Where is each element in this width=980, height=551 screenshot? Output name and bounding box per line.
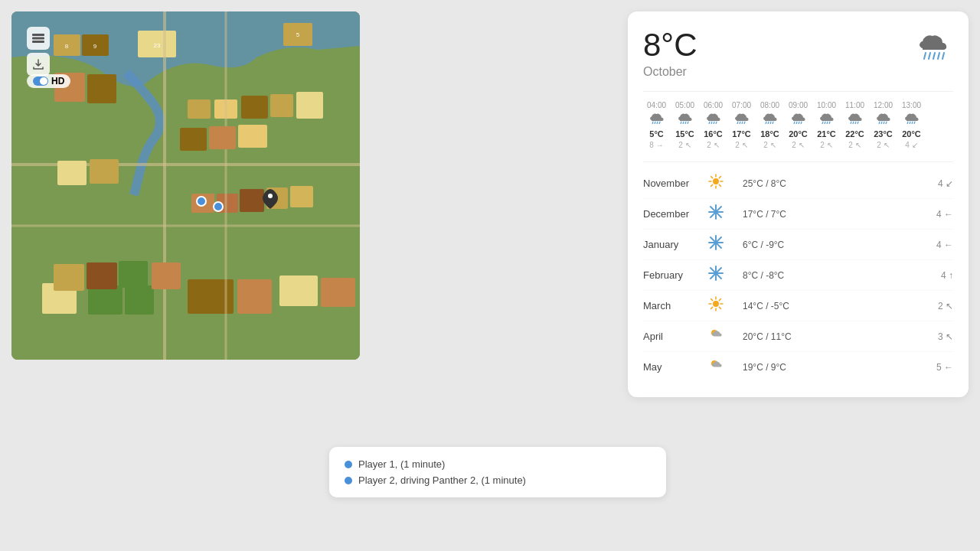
month-name: March (643, 300, 704, 311)
month-icon (704, 357, 727, 377)
svg-line-75 (829, 122, 830, 124)
svg-line-70 (799, 122, 799, 124)
month-row: April 20°C / 11°C 3 ↖ (643, 321, 953, 352)
svg-rect-7 (241, 96, 268, 119)
svg-line-68 (794, 122, 795, 124)
hour-col: 04:00 5°C 8 → (643, 101, 670, 149)
hour-label: 07:00 (732, 101, 751, 109)
month-wind: 2 ↖ (915, 301, 953, 311)
month-wind: 4 ← (915, 209, 953, 220)
hour-col: 10:00 21°C 2 ↖ (813, 101, 840, 149)
hour-wind: 2 ↖ (877, 141, 889, 149)
svg-line-82 (884, 122, 884, 124)
hour-col: 06:00 16°C 2 ↖ (700, 101, 727, 149)
svg-point-101 (714, 210, 717, 214)
month-name: February (643, 269, 704, 281)
hour-temp: 16°C (704, 129, 723, 139)
month-temps: 17°C / 7°C (727, 209, 915, 220)
month-name: January (643, 239, 704, 250)
month-icon (704, 234, 727, 255)
month-name: April (643, 331, 704, 342)
hour-icon (819, 112, 835, 127)
svg-line-71 (801, 122, 802, 124)
svg-line-48 (652, 122, 653, 124)
svg-rect-12 (240, 189, 264, 212)
toggle-switch[interactable] (33, 77, 48, 86)
month-row: January 6°C / -9°C 4 ← (643, 230, 953, 260)
svg-point-39 (268, 194, 273, 198)
svg-point-111 (714, 272, 717, 275)
hour-col: 07:00 17°C 2 ↖ (728, 101, 755, 149)
svg-rect-29 (209, 126, 236, 149)
month-name: November (643, 178, 704, 189)
month-icon (704, 173, 727, 194)
player-row-2: Player 2, driving Panther 2, (1 minute) (345, 472, 651, 488)
svg-line-78 (855, 122, 856, 124)
layers-button[interactable] (27, 27, 50, 50)
hour-wind: 2 ↖ (820, 141, 832, 149)
svg-line-80 (879, 122, 880, 124)
hour-label: 10:00 (817, 101, 836, 109)
hour-icon (649, 112, 665, 127)
hd-toggle[interactable]: HD (27, 74, 70, 88)
monthly-section: November 25°C / 8°C 4 ↙ December 17°C / … (643, 161, 953, 382)
hour-icon (876, 112, 891, 127)
hour-label: 08:00 (760, 101, 779, 109)
hour-col: 09:00 20°C 2 ↖ (785, 101, 812, 149)
svg-line-65 (768, 122, 769, 124)
hour-temp: 21°C (817, 129, 836, 139)
month-wind: 4 ← (915, 240, 953, 250)
svg-rect-42 (32, 41, 44, 43)
svg-line-53 (683, 122, 684, 124)
hour-wind: 2 ↖ (763, 141, 776, 149)
svg-rect-25 (87, 74, 116, 103)
player-1-info: Player 1, (1 minute) (358, 458, 445, 470)
month-icon (704, 295, 727, 316)
svg-rect-27 (90, 159, 119, 184)
svg-point-106 (714, 241, 717, 244)
svg-point-38 (214, 202, 223, 211)
svg-line-46 (938, 53, 939, 59)
svg-line-79 (858, 122, 858, 124)
svg-line-74 (827, 122, 828, 124)
month-temps: 19°C / 9°C (727, 362, 915, 373)
svg-line-94 (719, 184, 720, 186)
svg-line-86 (912, 122, 913, 124)
svg-rect-14 (290, 186, 313, 207)
svg-point-112 (713, 301, 719, 307)
svg-rect-32 (87, 262, 117, 289)
month-icon (704, 265, 727, 285)
hour-label: 11:00 (845, 101, 864, 109)
svg-rect-19 (237, 279, 272, 314)
month-name: May (643, 361, 704, 373)
hour-wind: 2 ↖ (707, 141, 719, 149)
svg-line-44 (929, 53, 930, 59)
download-button[interactable] (27, 53, 50, 76)
svg-line-83 (886, 122, 887, 124)
svg-line-55 (688, 122, 688, 124)
hour-temp: 17°C (732, 129, 751, 139)
svg-line-64 (766, 122, 766, 124)
svg-line-60 (737, 122, 738, 124)
hourly-section: 04:00 5°C 8 → 05:00 15°C 2 ↖ 06: (643, 91, 953, 149)
svg-rect-40 (32, 34, 44, 36)
hour-wind: 2 ↖ (678, 141, 691, 149)
svg-point-88 (713, 178, 719, 184)
hour-temp: 15°C (675, 129, 694, 139)
svg-line-58 (714, 122, 714, 124)
player-dot-2 (345, 477, 352, 484)
hour-icon (678, 112, 693, 127)
svg-rect-26 (57, 161, 87, 185)
month-temps: 20°C / 11°C (727, 331, 915, 342)
svg-line-49 (655, 122, 655, 124)
hour-col: 13:00 20°C 4 ↙ (898, 101, 925, 149)
svg-rect-34 (152, 262, 181, 289)
hour-temp: 20°C (902, 129, 921, 139)
weather-rain-icon (915, 27, 953, 70)
players-panel: Player 1, (1 minute) Player 2, driving P… (329, 447, 666, 497)
svg-line-93 (711, 177, 713, 178)
month-row: March 14°C / -5°C 2 ↖ (643, 291, 953, 321)
hour-label: 13:00 (902, 101, 921, 109)
svg-line-47 (942, 53, 944, 59)
hour-temp: 20°C (789, 129, 808, 139)
